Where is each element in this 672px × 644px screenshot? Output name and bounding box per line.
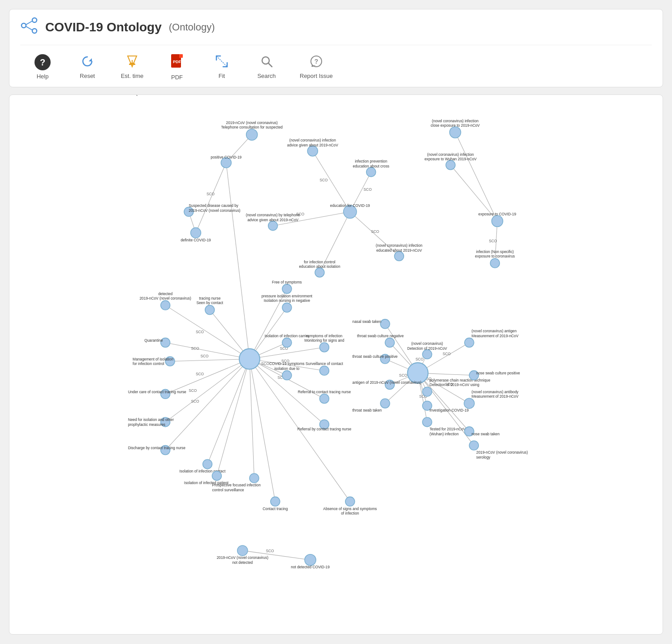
- svg-text:SCO: SCO: [319, 178, 328, 182]
- svg-point-218: [469, 441, 478, 450]
- svg-text:SCO: SCO: [415, 357, 424, 361]
- svg-point-161: [319, 366, 329, 375]
- svg-text:nasal swab taken: nasal swab taken: [353, 319, 382, 324]
- svg-text:Free of symptoms: Free of symptoms: [272, 280, 302, 284]
- esttime-icon: [125, 55, 139, 70]
- ontology-icon: [20, 17, 38, 38]
- svg-point-147: [239, 349, 260, 369]
- esttime-label: Est. time: [121, 73, 144, 79]
- search-icon: [260, 55, 273, 70]
- svg-text:2019-nCoV (novel coronavirus): 2019-nCoV (novel coronavirus): [217, 555, 268, 560]
- svg-text:isolation due to: isolation due to: [274, 366, 299, 371]
- svg-text:SCO: SCO: [489, 239, 497, 243]
- svg-point-163: [319, 394, 329, 404]
- svg-text:infection (Non specific): infection (Non specific): [476, 249, 514, 254]
- svg-line-55: [250, 359, 254, 478]
- svg-line-17: [216, 56, 227, 67]
- svg-point-100: [190, 228, 201, 238]
- search-button[interactable]: Search: [244, 50, 289, 86]
- svg-text:Measurement of 2019-nCoV: Measurement of 2019-nCoV: [472, 334, 519, 338]
- svg-text:Quarantine: Quarantine: [144, 338, 163, 343]
- pdf-label: PDF: [171, 74, 183, 81]
- help-button[interactable]: ? Help: [20, 50, 65, 86]
- report-button[interactable]: ? Report Issue: [289, 50, 344, 86]
- svg-text:(novel coronavirus) infection: (novel coronavirus) infection: [376, 243, 423, 248]
- pdf-icon: PDF: [170, 53, 184, 71]
- svg-text:SCO: SCO: [189, 388, 197, 393]
- svg-line-23: [196, 163, 226, 233]
- svg-point-181: [305, 554, 316, 566]
- svg-point-130: [161, 301, 170, 310]
- svg-point-2: [32, 29, 37, 33]
- svg-text:Management of isolation: Management of isolation: [133, 357, 173, 361]
- svg-text:education about cross: education about cross: [353, 164, 389, 168]
- svg-rect-12: [179, 54, 183, 58]
- svg-text:Referral by contact tracing nu: Referral by contact tracing nurse: [297, 427, 352, 431]
- svg-text:close exposure to 2019-nCoV: close exposure to 2019-nCoV: [431, 123, 480, 128]
- svg-text:SCO: SCO: [196, 372, 204, 376]
- report-icon: ?: [310, 55, 323, 70]
- svg-text:Monitoring for signs and: Monitoring for signs and: [304, 338, 344, 343]
- svg-text:tracing nurse: tracing nurse: [199, 296, 221, 301]
- svg-text:(Wuhan) infection: (Wuhan) infection: [430, 432, 459, 436]
- svg-point-191: [422, 350, 432, 359]
- svg-text:pressure isolation environment: pressure isolation environment: [262, 294, 313, 298]
- svg-text:Measurement of 2019-nCoV: Measurement of 2019-nCoV: [472, 394, 519, 399]
- svg-text:throat swab culture positive: throat swab culture positive: [353, 354, 398, 359]
- svg-point-105: [268, 221, 278, 231]
- svg-text:(novel coronavirus) infection: (novel coronavirus) infection: [289, 138, 336, 142]
- svg-line-35: [455, 132, 497, 221]
- svg-text:control surveillance: control surveillance: [212, 488, 244, 492]
- svg-point-116: [315, 268, 324, 277]
- svg-text:Quarantine: Quarantine: [135, 95, 154, 96]
- fit-button[interactable]: Fit: [199, 50, 244, 86]
- pdf-button[interactable]: PDF PDF: [155, 49, 199, 87]
- svg-text:SCO: SCO: [443, 352, 451, 356]
- svg-text:definite COVID-19: definite COVID-19: [181, 238, 211, 242]
- page-subtitle: (Ontology): [169, 21, 215, 33]
- svg-point-127: [490, 258, 500, 268]
- reset-button[interactable]: Reset: [65, 50, 110, 86]
- svg-text:COVID-19 symptoms: COVID-19 symptoms: [269, 361, 305, 366]
- svg-point-138: [282, 303, 292, 312]
- svg-text:of infection: of infection: [341, 511, 359, 515]
- report-label: Report Issue: [300, 73, 333, 79]
- fit-label: Fit: [219, 73, 225, 79]
- svg-text:Need for isolation and other: Need for isolation and other: [128, 417, 174, 422]
- svg-text:Detection of 2019-nCoV using: Detection of 2019-nCoV using: [430, 382, 479, 387]
- svg-text:Surveillance of contact: Surveillance of contact: [306, 361, 343, 366]
- svg-text:(novel coronavirus): (novel coronavirus): [411, 341, 443, 346]
- svg-text:exposure to COVID-19: exposure to COVID-19: [478, 212, 517, 216]
- svg-point-122: [446, 160, 455, 170]
- graph-canvas[interactable]: SCO SCO SCO SCO SCO SCO SCO SCO SCO: [9, 94, 663, 635]
- svg-point-169: [212, 471, 221, 481]
- graph-svg: SCO SCO SCO SCO SCO SCO SCO SCO SCO: [9, 95, 663, 632]
- svg-text:educated about 2019-nCoV: educated about 2019-nCoV: [376, 248, 422, 253]
- svg-text:exposure to Wuhan 2019-nCoV: exposure to Wuhan 2019-nCoV: [424, 157, 477, 161]
- svg-text:Contact tracing: Contact tracing: [263, 507, 288, 511]
- svg-point-196: [380, 399, 390, 408]
- svg-text:SCO: SCO: [364, 187, 372, 192]
- svg-text:nose swab taken: nose swab taken: [472, 432, 500, 436]
- svg-text:(novel coronavirus) antigen: (novel coronavirus) antigen: [472, 329, 517, 333]
- svg-text:for infection control: for infection control: [304, 260, 336, 264]
- svg-point-133: [205, 305, 215, 315]
- svg-line-45: [170, 359, 250, 361]
- reset-label: Reset: [80, 73, 95, 79]
- svg-text:(novel coronavirus) by telepho: (novel coronavirus) by telephone: [246, 213, 300, 217]
- svg-point-205: [465, 338, 474, 348]
- svg-text:SCO: SCO: [191, 346, 200, 351]
- app-container: COVID-19 Ontology (Ontology) ? Help Rese…: [0, 0, 672, 644]
- reset-icon: [81, 55, 94, 70]
- svg-text:throat swab taken: throat swab taken: [353, 408, 382, 412]
- svg-point-102: [307, 146, 318, 156]
- svg-point-174: [271, 497, 280, 506]
- svg-text:Discharge by contact tracing n: Discharge by contact tracing nurse: [128, 446, 186, 450]
- svg-text:Prospective focused infection: Prospective focused infection: [212, 483, 261, 487]
- svg-text:symptoms of infection: symptoms of infection: [306, 334, 343, 338]
- toolbar: ? Help Reset: [20, 45, 652, 87]
- svg-line-4: [26, 26, 32, 30]
- svg-text:Suspected disease caused by: Suspected disease caused by: [189, 203, 238, 208]
- esttime-button[interactable]: Est. time: [110, 50, 155, 86]
- svg-text:for infection control: for infection control: [133, 361, 164, 366]
